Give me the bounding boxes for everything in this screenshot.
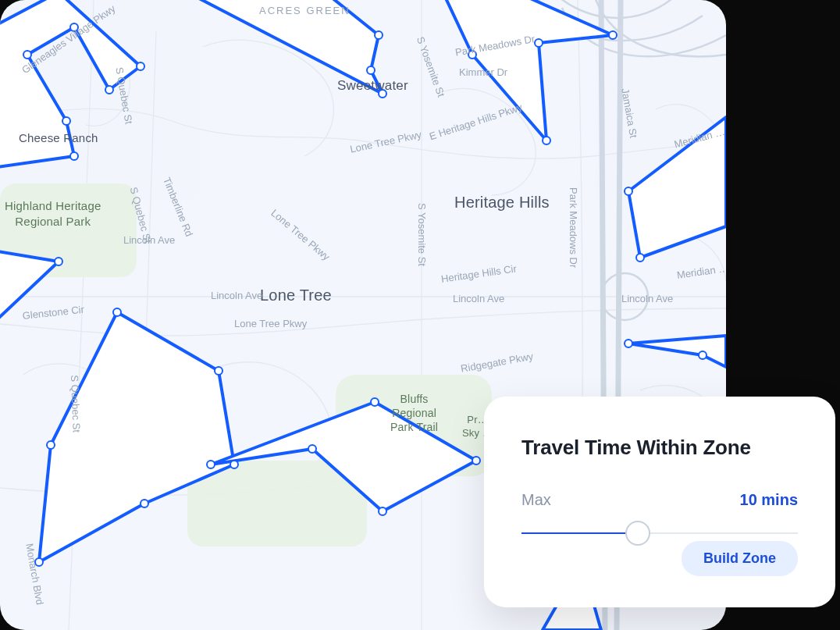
- svg-point-35: [215, 367, 222, 375]
- svg-point-14: [137, 62, 144, 70]
- panel-title: Travel Time Within Zone: [521, 436, 798, 460]
- slider-fill: [521, 532, 638, 534]
- road-lincoln-4: Lincoln Ave: [621, 293, 673, 304]
- svg-point-33: [47, 441, 55, 449]
- label-bluffs-park: Bluffs Regional Park Trail: [390, 392, 438, 435]
- road-kimmer: Kimmer Dr: [459, 66, 507, 78]
- svg-point-26: [609, 31, 617, 39]
- road-park-meadows-2: Park Meadows Dr: [568, 187, 579, 268]
- svg-point-31: [55, 258, 62, 265]
- label-highland-park: Highland Heritage Regional Park: [5, 198, 101, 229]
- road-lone-tree-pkwy-3: Lone Tree Pkwy: [234, 318, 307, 329]
- slider-thumb[interactable]: [625, 521, 650, 546]
- svg-point-24: [543, 137, 550, 144]
- svg-point-34: [113, 308, 121, 316]
- build-zone-button[interactable]: Build Zone: [682, 541, 798, 576]
- road-s-yosemite-2: S Yosemite St: [416, 203, 428, 266]
- svg-point-25: [535, 39, 543, 47]
- svg-point-38: [207, 461, 215, 468]
- svg-point-37: [141, 500, 148, 507]
- svg-point-21: [367, 66, 375, 74]
- label-lone-tree: Lone Tree: [260, 287, 332, 304]
- svg-point-39: [371, 398, 379, 406]
- svg-point-19: [70, 152, 78, 160]
- svg-point-42: [308, 445, 316, 453]
- svg-point-28: [636, 254, 644, 262]
- label-heritage-hills: Heritage Hills: [454, 194, 550, 212]
- svg-point-17: [23, 51, 31, 59]
- road-s-quebec-3: S Quebec St: [69, 375, 83, 432]
- road-lincoln-2: Lincoln Ave: [211, 290, 262, 301]
- svg-marker-8: [628, 336, 726, 367]
- label-sweetwater: Sweetwater: [337, 78, 408, 94]
- svg-point-36: [230, 461, 238, 468]
- slider-value: 10 mins: [740, 491, 798, 509]
- svg-point-22: [375, 31, 383, 39]
- svg-point-30: [699, 351, 707, 359]
- svg-point-15: [105, 86, 113, 94]
- svg-point-29: [625, 340, 632, 347]
- label-acres-green: ACRES GREEN: [259, 5, 351, 16]
- svg-point-18: [62, 117, 70, 125]
- road-lincoln-1: Lincoln Ave: [123, 234, 175, 246]
- slider-label: Max: [521, 491, 551, 509]
- road-lincoln-3: Lincoln Ave: [453, 293, 504, 304]
- svg-point-40: [472, 457, 480, 464]
- svg-point-27: [625, 187, 632, 195]
- travel-time-panel: Travel Time Within Zone Max 10 mins Buil…: [484, 397, 835, 607]
- label-cheese-ranch: Cheese Ranch: [19, 131, 98, 144]
- svg-point-41: [379, 507, 386, 515]
